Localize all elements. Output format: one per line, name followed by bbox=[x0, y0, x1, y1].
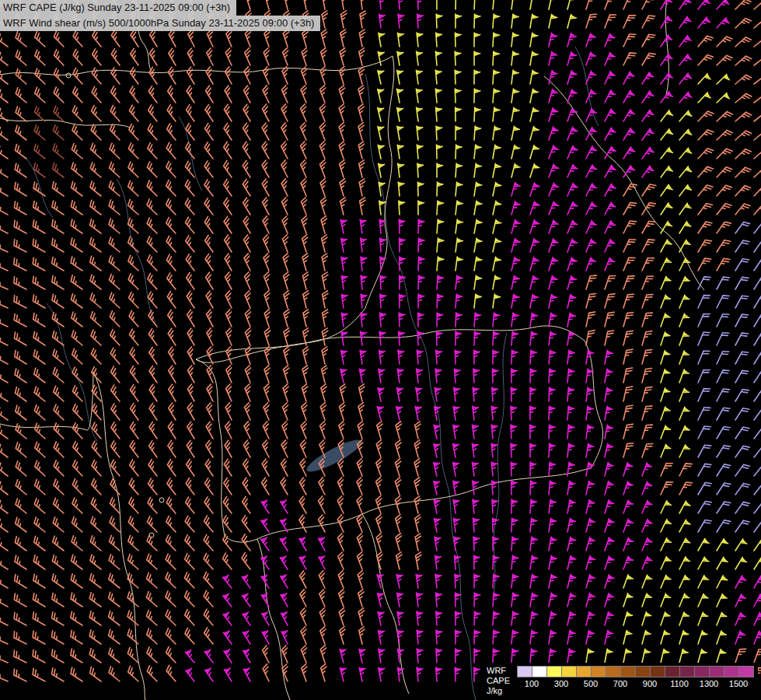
legend-swatch bbox=[517, 666, 532, 677]
legend-title-line: CAPE bbox=[487, 676, 510, 686]
legend-tick-label: 1100 bbox=[670, 679, 689, 688]
legend-tick-label: 700 bbox=[613, 679, 627, 688]
legend-swatch bbox=[738, 666, 754, 677]
legend: WRF CAPE J/kg 10030050070090011001300150… bbox=[482, 663, 758, 698]
legend-swatch bbox=[724, 666, 739, 677]
legend-swatch bbox=[694, 666, 710, 677]
legend-swatch bbox=[620, 666, 636, 677]
legend-swatch bbox=[606, 666, 621, 677]
weather-map: WRF CAPE (J/kg) Sunday 23-11-2025 09:00 … bbox=[0, 0, 761, 700]
legend-swatch bbox=[532, 666, 547, 677]
legend-swatch bbox=[591, 666, 606, 677]
legend-title-line: J/kg bbox=[487, 686, 510, 696]
legend-title-line: WRF bbox=[487, 666, 510, 676]
legend-swatch bbox=[650, 666, 665, 677]
lake-balaton bbox=[303, 435, 365, 476]
legend-swatch bbox=[561, 666, 577, 677]
legend-swatch bbox=[546, 666, 562, 677]
title-line-shear: WRF Wind shear (m/s) 500/1000hPa Sunday … bbox=[0, 16, 320, 31]
legend-tick-label: 900 bbox=[643, 679, 657, 688]
map-borders bbox=[0, 0, 704, 700]
legend-tick-label: 1300 bbox=[700, 679, 718, 688]
legend-swatch bbox=[635, 666, 651, 677]
legend-swatch bbox=[679, 666, 695, 677]
legend-tick-label: 100 bbox=[525, 679, 539, 688]
legend-swatch bbox=[665, 666, 680, 677]
wind-barb-field bbox=[0, 0, 761, 683]
legend-swatch bbox=[576, 666, 592, 677]
legend-tick-label: 300 bbox=[554, 679, 568, 688]
legend-title: WRF CAPE J/kg bbox=[487, 666, 510, 696]
weather-map-canvas bbox=[0, 0, 761, 700]
legend-tick-label: 1500 bbox=[729, 679, 748, 688]
legend-tick-label: 500 bbox=[584, 679, 598, 688]
legend-swatch bbox=[709, 666, 724, 677]
legend-colorbar: 100300500700900110013001500 bbox=[517, 666, 755, 692]
title-overlay: WRF CAPE (J/kg) Sunday 23-11-2025 09:00 … bbox=[0, 0, 320, 31]
title-line-cape: WRF CAPE (J/kg) Sunday 23-11-2025 09:00 … bbox=[0, 0, 236, 16]
